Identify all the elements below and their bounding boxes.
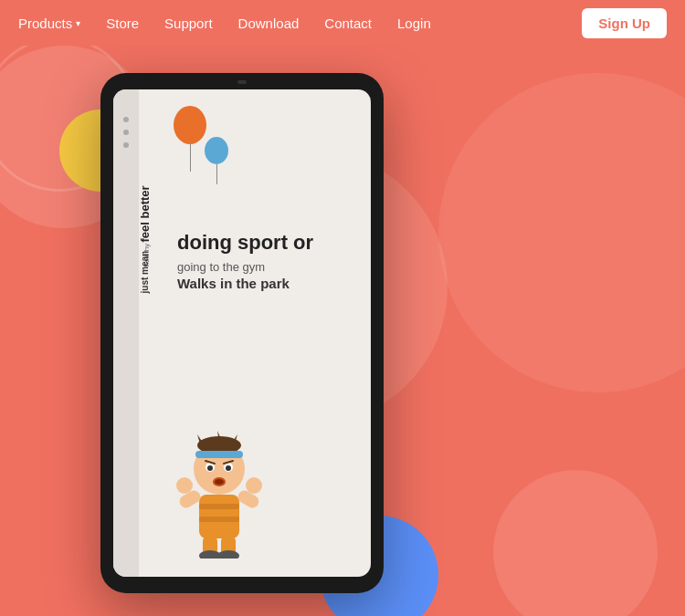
svg-point-5: [176, 477, 193, 494]
bg-circle-right: [438, 73, 685, 392]
signup-button[interactable]: Sign Up: [582, 8, 667, 38]
screen-content: feel better healthy just mean doing spor…: [139, 89, 371, 577]
nav-label-download: Download: [238, 16, 300, 31]
balloon-blue: [205, 137, 228, 184]
bg-circle-bottom-right: [493, 470, 658, 616]
tablet-device: feel better healthy just mean doing spor…: [100, 73, 384, 593]
nav-label-products: Products: [18, 16, 72, 31]
text-feel-better: feel better: [138, 185, 152, 242]
sidebar-dot: [123, 130, 129, 135]
nav-item-contact[interactable]: Contact: [324, 16, 372, 31]
character-illustration: [174, 431, 265, 559]
balloon-orange: [174, 106, 206, 172]
nav-item-products[interactable]: Products ▾: [18, 16, 80, 31]
svg-point-20: [226, 465, 231, 471]
svg-point-24: [215, 479, 224, 485]
nav-label-support: Support: [164, 16, 213, 31]
tablet-frame: feel better healthy just mean doing spor…: [100, 73, 384, 593]
svg-rect-16: [195, 451, 243, 458]
text-just-mean: just mean: [140, 251, 150, 294]
nav-item-store[interactable]: Store: [106, 16, 139, 31]
nav-label-login: Login: [397, 16, 431, 31]
screen-sidebar: [113, 89, 139, 577]
walks-park-text: Walks in the park: [177, 276, 364, 291]
sidebar-dot: [123, 117, 129, 122]
nav-label-contact: Contact: [324, 16, 372, 31]
main-text-block: doing sport or going to the gym Walks in…: [177, 231, 364, 291]
sidebar-dot: [123, 142, 129, 148]
nav-item-support[interactable]: Support: [164, 16, 213, 31]
svg-point-10: [217, 550, 239, 559]
svg-rect-2: [199, 517, 239, 522]
navbar: Products ▾ Store Support Download Contac…: [0, 0, 685, 46]
nav-item-login[interactable]: Login: [397, 16, 431, 31]
chevron-down-icon: ▾: [76, 18, 80, 28]
nav-item-download[interactable]: Download: [238, 16, 300, 31]
going-gym-text: going to the gym: [177, 260, 364, 274]
tablet-screen: feel better healthy just mean doing spor…: [113, 89, 371, 577]
nav-label-store: Store: [106, 16, 139, 31]
svg-point-6: [246, 477, 262, 494]
svg-point-19: [207, 465, 213, 471]
svg-rect-1: [199, 504, 239, 509]
doing-sport-text: doing sport or: [177, 231, 364, 255]
nav-left-items: Products ▾ Store Support Download Contac…: [18, 16, 582, 31]
